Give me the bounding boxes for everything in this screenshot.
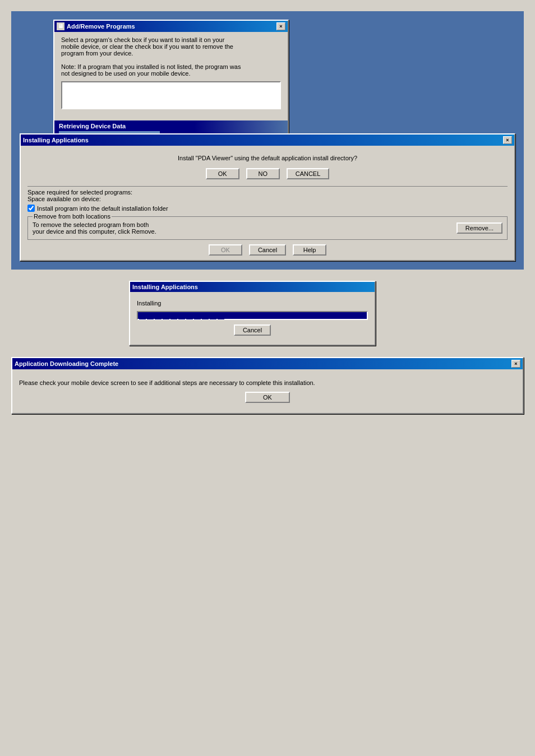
download-complete-container: Application Downloading Complete × Pleas… — [11, 357, 524, 414]
pb10 — [210, 313, 216, 319]
add-remove-desc3: program from your device. — [61, 50, 281, 57]
install-default-checkbox-label: Install program into the default install… — [37, 205, 168, 212]
remove-button[interactable]: Remove... — [456, 222, 502, 234]
install-question: Install "PDA Viewer" using the default a… — [27, 155, 508, 161]
download-complete-title-text: Application Downloading Complete — [15, 360, 118, 367]
installing-progress-body: Installing Cancel — [130, 292, 375, 345]
download-complete-title-area: Application Downloading Complete — [15, 360, 118, 367]
download-complete-message: Please check your mobile device screen t… — [19, 379, 516, 386]
installing-apps-title-area: Installing Applications — [23, 137, 89, 143]
pb1 — [139, 313, 146, 319]
installing-progress-titlebar: Installing Applications — [130, 282, 375, 292]
installing-progress-bar-container — [137, 311, 368, 320]
pb11 — [218, 313, 224, 319]
pb7 — [186, 313, 193, 319]
add-remove-title-text: Add/Remove Programs — [67, 23, 135, 30]
pb8 — [194, 313, 201, 319]
remove-row: To remove the selected program from both… — [33, 221, 502, 235]
download-ok-button[interactable]: OK — [245, 392, 290, 403]
download-complete-dialog: Application Downloading Complete × Pleas… — [11, 357, 524, 414]
add-remove-list-area — [61, 81, 281, 109]
install-default-checkbox[interactable] — [27, 205, 35, 212]
installing-apps-close-button[interactable]: × — [503, 136, 512, 144]
blue-outer-container: 🖥 Add/Remove Programs × Select a program… — [11, 11, 524, 270]
add-remove-body: Select a program's check box if you want… — [54, 32, 288, 118]
remove-desc2: your device and this computer, click Rem… — [33, 228, 156, 235]
bottom-buttons-row: OK Cancel Help — [27, 244, 508, 256]
add-remove-title-area: 🖥 Add/Remove Programs — [57, 22, 135, 30]
add-remove-desc1: Select a program's check box if you want… — [61, 36, 281, 43]
installing-apps-title-text: Installing Applications — [23, 137, 89, 143]
installing-progress-bar-fill — [138, 312, 367, 319]
bottom-cancel-button[interactable]: Cancel — [249, 244, 286, 256]
add-remove-title-icon: 🖥 — [57, 22, 64, 30]
installing-label: Installing — [137, 300, 368, 307]
add-remove-dialog: 🖥 Add/Remove Programs × Select a program… — [53, 20, 289, 139]
install-cancel-button[interactable]: CANCEL — [287, 168, 330, 179]
installing-cancel-button[interactable]: Cancel — [234, 324, 271, 336]
installing-cancel-row: Cancel — [137, 324, 368, 336]
add-remove-note1: Note: If a program that you installed is… — [61, 63, 281, 70]
installing-apps-body: Install "PDA Viewer" using the default a… — [21, 146, 514, 260]
pb5 — [170, 313, 177, 319]
space-available-text: Space available on device: — [27, 196, 508, 202]
pb6 — [178, 313, 185, 319]
installing-apps-titlebar: Installing Applications × — [21, 134, 514, 146]
installing-progress-dialog: Installing Applications Installing — [129, 281, 376, 346]
pb4 — [163, 313, 169, 319]
install-ok-button[interactable]: OK — [206, 168, 239, 179]
bottom-ok-button[interactable]: OK — [209, 244, 242, 256]
space-required-text: Space required for selected programs: — [27, 189, 508, 196]
installing-apps-dialog: Installing Applications × Install "PDA V… — [20, 133, 515, 261]
pb2 — [147, 313, 154, 319]
download-ok-row: OK — [19, 392, 516, 403]
remove-description: To remove the selected program from both… — [33, 221, 156, 235]
add-remove-desc2: mobile device, or clear the check box if… — [61, 43, 281, 50]
pb3 — [155, 313, 162, 319]
installing-progress-title-area: Installing Applications — [132, 284, 198, 290]
add-remove-titlebar: 🖥 Add/Remove Programs × — [54, 21, 288, 32]
installing-progress-title-text: Installing Applications — [132, 284, 198, 290]
download-complete-titlebar: Application Downloading Complete × — [12, 358, 523, 369]
remove-groupbox-label: Remove from both locations — [33, 213, 112, 220]
download-complete-close-button[interactable]: × — [511, 360, 520, 368]
add-remove-close-button[interactable]: × — [276, 22, 285, 30]
install-no-button[interactable]: NO — [246, 168, 280, 179]
retrieving-text: Retrieving Device Data — [59, 123, 126, 129]
bottom-help-button[interactable]: Help — [293, 244, 326, 256]
remove-desc1: To remove the selected program from both — [33, 221, 156, 228]
pb9 — [202, 313, 209, 319]
add-remove-note2: not designed to be used on your mobile d… — [61, 70, 281, 77]
installing-progress-container: Installing Applications Installing — [129, 281, 376, 346]
remove-groupbox: Remove from both locations To remove the… — [27, 216, 508, 240]
install-buttons-row: OK NO CANCEL — [27, 168, 508, 179]
download-complete-body: Please check your mobile device screen t… — [12, 369, 523, 413]
install-default-checkbox-row: Install program into the default install… — [27, 205, 508, 212]
